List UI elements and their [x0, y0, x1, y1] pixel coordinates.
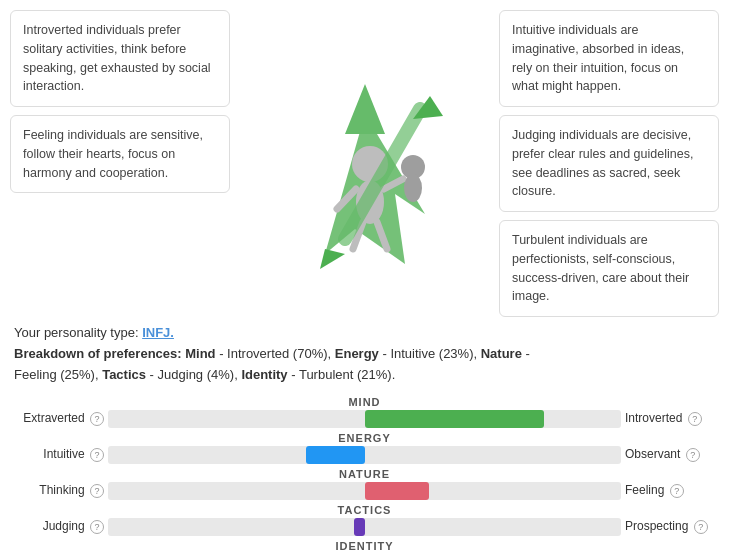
question-icon-left-energy[interactable]: ?: [90, 448, 104, 462]
breakdown-line: Breakdown of preferences: Mind - Introve…: [14, 344, 715, 386]
breakdown-bold-mind: Mind - Introverted (70%),: [185, 346, 335, 361]
svg-marker-2: [345, 84, 385, 134]
bar-track-nature: [108, 482, 621, 500]
svg-point-10: [404, 174, 422, 202]
breakdown-bold-identity: Identity - Turbulent (21%).: [241, 367, 395, 382]
bar-right-label-mind: Introverted ?: [625, 411, 715, 426]
question-icon-right-mind[interactable]: ?: [688, 412, 702, 426]
bars-container: MINDExtraverted ?Introverted ?ENERGYIntu…: [14, 396, 715, 550]
category-label-energy: ENERGY: [14, 432, 715, 444]
left-cards: Introverted individuals prefer solitary …: [10, 10, 230, 317]
personality-type[interactable]: INFJ.: [142, 325, 174, 340]
personality-line: Your personality type: INFJ.: [14, 325, 715, 340]
top-section: Introverted individuals prefer solitary …: [0, 0, 729, 317]
introverted-desc: Introverted individuals prefer solitary …: [23, 23, 211, 93]
bottom-section: Your personality type: INFJ. Breakdown o…: [0, 317, 729, 550]
breakdown-bold-tactics: Tactics - Judging (4%),: [102, 367, 241, 382]
card-feeling: Feeling individuals are sensitive, follo…: [10, 115, 230, 193]
intuitive-desc: Intuitive individuals are imaginative, a…: [512, 23, 684, 93]
judging-desc: Judging individuals are decisive, prefer…: [512, 128, 693, 198]
breakdown-prefix: Breakdown of preferences:: [14, 346, 185, 361]
question-icon-left-nature[interactable]: ?: [90, 484, 104, 498]
category-label-mind: MIND: [14, 396, 715, 408]
question-icon-right-energy[interactable]: ?: [686, 448, 700, 462]
right-cards: Intuitive individuals are imaginative, a…: [499, 10, 719, 317]
category-label-identity: IDENTITY: [14, 540, 715, 550]
bar-left-label-energy: Intuitive ?: [14, 447, 104, 462]
personality-label: Your personality type:: [14, 325, 142, 340]
bar-track-mind: [108, 410, 621, 428]
question-icon-right-nature[interactable]: ?: [670, 484, 684, 498]
question-icon-left-mind[interactable]: ?: [90, 412, 104, 426]
bar-right-label-nature: Feeling ?: [625, 483, 715, 498]
question-icon-right-tactics[interactable]: ?: [694, 520, 708, 534]
card-intuitive: Intuitive individuals are imaginative, a…: [499, 10, 719, 107]
bar-row-mind: Extraverted ?Introverted ?: [14, 410, 715, 428]
svg-marker-1: [320, 249, 345, 269]
breakdown-bold-energy: Energy - Intuitive (23%),: [335, 346, 481, 361]
feeling-desc: Feeling individuals are sensitive, follo…: [23, 128, 203, 180]
bar-left-label-tactics: Judging ?: [14, 519, 104, 534]
bar-right-label-energy: Observant ?: [625, 447, 715, 462]
center-image: [238, 10, 491, 317]
figure-svg: [265, 54, 465, 274]
bar-left-label-nature: Thinking ?: [14, 483, 104, 498]
category-label-tactics: TACTICS: [14, 504, 715, 516]
bar-fill-nature: [365, 482, 429, 500]
bar-right-label-tactics: Prospecting ?: [625, 519, 715, 534]
bar-row-energy: Intuitive ?Observant ?: [14, 446, 715, 464]
figure-container: [265, 54, 465, 274]
bar-fill-tactics: [354, 518, 364, 536]
category-label-nature: NATURE: [14, 468, 715, 480]
bar-track-energy: [108, 446, 621, 464]
card-introverted: Introverted individuals prefer solitary …: [10, 10, 230, 107]
bar-row-tactics: Judging ?Prospecting ?: [14, 518, 715, 536]
card-turbulent: Turbulent individuals are perfectionists…: [499, 220, 719, 317]
bar-fill-energy: [306, 446, 365, 464]
bar-track-tactics: [108, 518, 621, 536]
question-icon-left-tactics[interactable]: ?: [90, 520, 104, 534]
bar-fill-mind: [365, 410, 545, 428]
bar-row-nature: Thinking ?Feeling ?: [14, 482, 715, 500]
card-judging: Judging individuals are decisive, prefer…: [499, 115, 719, 212]
turbulent-desc: Turbulent individuals are perfectionists…: [512, 233, 689, 303]
bar-left-label-mind: Extraverted ?: [14, 411, 104, 426]
